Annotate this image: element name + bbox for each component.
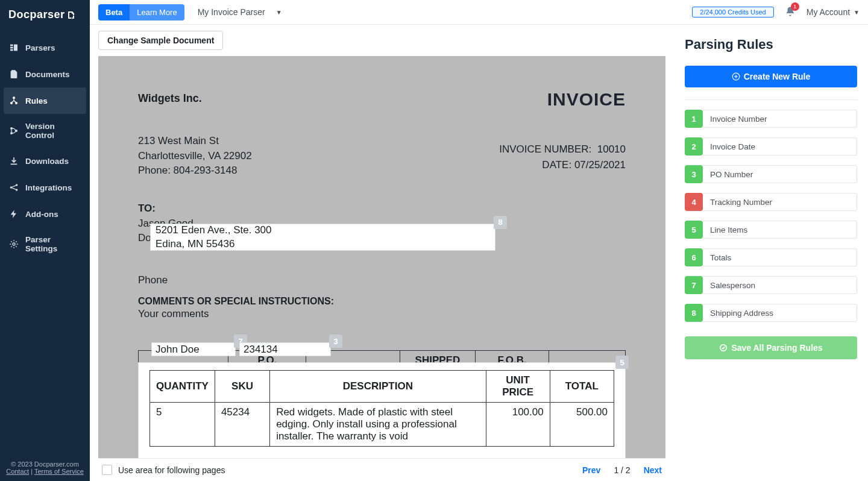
sidebar-item-integrations[interactable]: Integrations xyxy=(0,174,90,201)
rule-label[interactable]: Invoice Number xyxy=(703,110,857,128)
addons-icon xyxy=(8,209,19,219)
use-area-label: Use area for following pages xyxy=(118,465,225,475)
documents-icon xyxy=(8,69,19,80)
learn-more-button[interactable]: Learn More xyxy=(130,4,184,20)
rule-label[interactable]: Line Items xyxy=(703,221,857,239)
pager: Prev 1 / 2 Next xyxy=(582,465,662,475)
prev-page-button[interactable]: Prev xyxy=(582,465,600,475)
sidebar-item-parser-settings[interactable]: Parser Settings xyxy=(0,227,90,261)
rule-number: 7 xyxy=(685,276,703,294)
nav-label: Documents xyxy=(25,70,70,79)
next-page-button[interactable]: Next xyxy=(644,465,662,475)
doc-invoice-meta: INVOICE NUMBER: 10010 DATE: 07/25/2021 xyxy=(499,142,626,172)
save-rules-button[interactable]: Save All Parsing Rules xyxy=(685,336,857,359)
doc-comments: COMMENTS OR SPECIAL INSTRUCTIONS: Your c… xyxy=(138,296,626,320)
rule-number: 5 xyxy=(685,221,703,239)
nav-label: Version Control xyxy=(25,122,81,140)
rule-number: 4 xyxy=(685,193,703,211)
parsers-icon xyxy=(8,42,19,53)
nav-label: Rules xyxy=(25,96,48,105)
use-area-checkbox[interactable] xyxy=(102,465,112,475)
nav-label: Parser Settings xyxy=(25,235,81,253)
rule-label[interactable]: Shipping Address xyxy=(703,304,857,322)
rule-label[interactable]: Tracking Number xyxy=(703,193,857,211)
caret-down-icon: ▼ xyxy=(854,9,860,16)
tos-link[interactable]: Terms of Service xyxy=(34,468,84,475)
copyright: © 2023 Docparser.com xyxy=(0,461,90,468)
contact-link[interactable]: Contact xyxy=(6,468,29,475)
editor-footer: Use area for following pages Prev 1 / 2 … xyxy=(98,458,665,481)
credits-badge[interactable]: 2/24,000 Credits Used xyxy=(692,7,773,17)
rule-item[interactable]: 3PO Number xyxy=(685,165,857,183)
selection-salesperson[interactable]: John Doe 7 xyxy=(151,342,236,356)
selection-shipping-address[interactable]: 5201 Eden Ave., Ste. 300 Edina, MN 55436… xyxy=(150,224,495,251)
rule-label[interactable]: Invoice Date xyxy=(703,137,857,156)
rule-number: 8 xyxy=(685,304,703,322)
rules-panel: Parsing Rules Create New Rule 1Invoice N… xyxy=(674,25,868,481)
caret-down-icon: ▼ xyxy=(276,9,282,16)
selection-tag: 3 xyxy=(329,335,342,348)
rule-number: 3 xyxy=(685,165,703,183)
doc-invoice-title: INVOICE xyxy=(547,89,626,110)
rules-list: 1Invoice Number2Invoice Date3PO Number4T… xyxy=(685,110,857,322)
change-sample-doc-button[interactable]: Change Sample Document xyxy=(98,31,223,50)
notif-count: 1 xyxy=(791,2,799,11)
version-icon xyxy=(8,125,19,136)
rule-number: 6 xyxy=(685,248,703,266)
selection-tag: 5 xyxy=(615,356,629,369)
rule-number: 1 xyxy=(685,110,703,128)
settings-icon xyxy=(8,239,19,250)
rules-icon xyxy=(8,95,19,106)
rule-label[interactable]: Totals xyxy=(703,248,857,266)
rule-number: 2 xyxy=(685,137,703,156)
sidebar-item-rules[interactable]: Rules xyxy=(4,87,86,114)
doc-items-table: QUANTITYSKUDESCRIPTIONUNIT PRICETOTAL 54… xyxy=(149,370,614,447)
document-viewport[interactable]: Widgets Inc. INVOICE 213 West Main St Ch… xyxy=(98,56,665,458)
logo: Docparser xyxy=(0,0,90,30)
svg-rect-2 xyxy=(10,49,13,51)
logo-text: Docparser xyxy=(8,8,65,21)
beta-badge: Beta xyxy=(98,4,130,20)
rule-label[interactable]: PO Number xyxy=(703,165,857,183)
selection-line-items[interactable]: 5 QUANTITYSKUDESCRIPTIONUNIT PRICETOTAL … xyxy=(138,362,626,458)
sidebar-footer: © 2023 Docparser.com Contact | Terms of … xyxy=(0,456,90,481)
rule-item[interactable]: 6Totals xyxy=(685,248,857,266)
svg-rect-0 xyxy=(10,45,13,46)
rule-item[interactable]: 8Shipping Address xyxy=(685,304,857,322)
nav-label: Integrations xyxy=(25,183,72,192)
downloads-icon xyxy=(8,156,19,166)
panel-title: Parsing Rules xyxy=(685,37,857,52)
nav-label: Parsers xyxy=(25,43,55,52)
svg-rect-1 xyxy=(10,47,13,49)
selection-po-number[interactable]: 234134 3 xyxy=(239,342,331,356)
sidebar-item-add-ons[interactable]: Add-ons xyxy=(0,201,90,227)
sidebar-item-parsers[interactable]: Parsers xyxy=(0,34,90,61)
rule-item[interactable]: 2Invoice Date xyxy=(685,137,857,156)
topbar: Beta Learn More My Invoice Parser ▼ 2/24… xyxy=(90,0,868,25)
beta-group: Beta Learn More xyxy=(98,4,184,20)
integrations-icon xyxy=(8,182,19,193)
create-rule-button[interactable]: Create New Rule xyxy=(685,66,857,87)
svg-point-13 xyxy=(13,243,15,245)
rule-item[interactable]: 5Line Items xyxy=(685,221,857,239)
account-dropdown[interactable]: My Account ▼ xyxy=(807,7,860,17)
editor: Change Sample Document Widgets Inc. INVO… xyxy=(90,25,674,481)
sidebar-item-documents[interactable]: Documents xyxy=(0,61,90,87)
parser-name: My Invoice Parser xyxy=(198,7,265,17)
rule-item[interactable]: 4Tracking Number xyxy=(685,193,857,211)
svg-point-4 xyxy=(13,96,15,99)
account-label: My Account xyxy=(807,7,850,17)
notifications-button[interactable]: 1 xyxy=(785,6,796,19)
rule-item[interactable]: 7Salesperson xyxy=(685,276,857,294)
rule-item[interactable]: 1Invoice Number xyxy=(685,110,857,128)
sidebar-item-version-control[interactable]: Version Control xyxy=(0,114,90,148)
page-indicator: 1 / 2 xyxy=(614,465,630,475)
rule-label[interactable]: Salesperson xyxy=(703,276,857,294)
check-circle-icon xyxy=(719,344,728,352)
sidebar-item-downloads[interactable]: Downloads xyxy=(0,148,90,174)
svg-rect-3 xyxy=(14,45,17,51)
sidebar: Docparser ParsersDocumentsRulesVersion C… xyxy=(0,0,90,481)
parser-dropdown[interactable]: My Invoice Parser ▼ xyxy=(198,7,282,17)
plus-circle-icon xyxy=(732,72,740,81)
nav-label: Downloads xyxy=(25,157,69,166)
